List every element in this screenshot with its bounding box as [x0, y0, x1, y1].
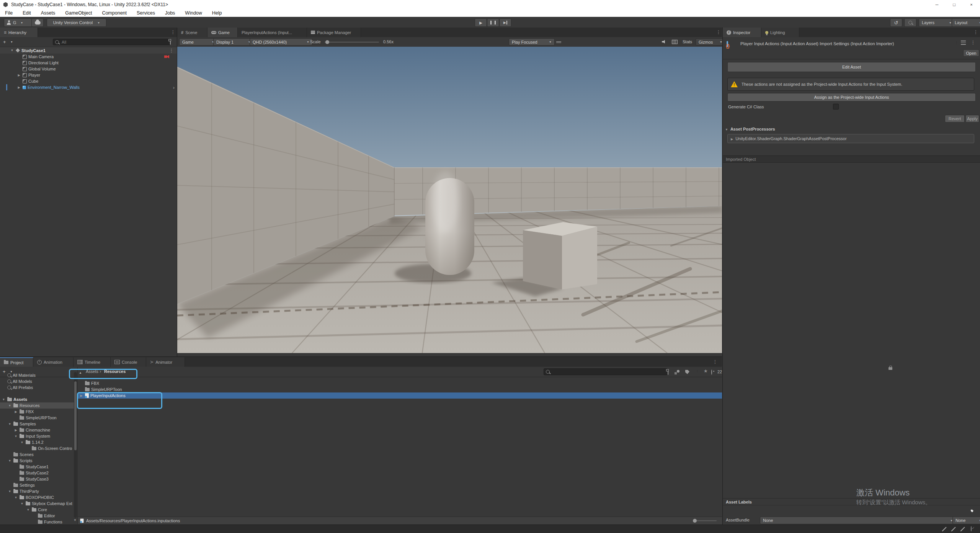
- filter-by-label-icon[interactable]: [685, 370, 689, 374]
- hierarchy-search-field[interactable]: [53, 39, 171, 45]
- menu-jobs[interactable]: Jobs: [160, 9, 180, 17]
- generate-csharp-checkbox[interactable]: [833, 104, 839, 110]
- tree-item-1-14-2[interactable]: 1.14.2: [0, 439, 77, 445]
- tab-animator[interactable]: Animator: [146, 357, 185, 367]
- tree-item-resources[interactable]: Resources: [0, 402, 77, 409]
- close-button[interactable]: ×: [963, 0, 980, 9]
- hierarchy-item-directional-light[interactable]: Directional Light: [0, 60, 177, 66]
- foldout-open-icon[interactable]: [20, 441, 24, 444]
- menu-services[interactable]: Services: [132, 9, 160, 17]
- tree-item-functions[interactable]: Functions: [0, 519, 77, 524]
- presets-icon[interactable]: [961, 41, 966, 45]
- tree-item-assets[interactable]: Assets: [0, 396, 77, 402]
- open-button[interactable]: Open: [963, 49, 979, 57]
- add-dropdown-icon[interactable]: ▼: [10, 41, 13, 43]
- file-item-fbx[interactable]: FBX: [78, 380, 722, 386]
- scale-slider[interactable]: [325, 42, 379, 43]
- play-focused-dropdown[interactable]: Play Focused▼: [509, 38, 555, 46]
- foldout-open-icon[interactable]: [14, 496, 18, 499]
- maximize-search-icon[interactable]: [668, 370, 668, 375]
- game-viewport-render[interactable]: [177, 47, 722, 353]
- visibility-icon[interactable]: [711, 370, 712, 375]
- lock-icon[interactable]: [889, 367, 892, 370]
- hierarchy-item-environment-narrow-walls[interactable]: Environment_Narrow_Walls: [0, 84, 177, 90]
- pause-button[interactable]: [487, 18, 499, 27]
- step-button[interactable]: [499, 18, 511, 27]
- kebab-menu-icon[interactable]: [971, 40, 975, 45]
- tree-item-skybox-cubemap-ext[interactable]: Skybox Cubemap Ext: [0, 500, 77, 507]
- tree-item-studycase1[interactable]: StudyCase1: [0, 464, 77, 470]
- tab-playerinputactions[interactable]: PlayerInputActions (Input...: [238, 28, 307, 37]
- tree-item-scripts[interactable]: Scripts: [0, 458, 77, 464]
- version-control-dropdown[interactable]: Unity Version Control ▼: [47, 18, 106, 27]
- foldout-closed-icon[interactable]: [17, 86, 21, 89]
- tab-timeline[interactable]: Timeline: [74, 357, 111, 367]
- assign-project-wide-button[interactable]: Assign as the Project-wide Input Actions: [727, 93, 976, 101]
- stats-button[interactable]: Stats: [683, 39, 692, 44]
- maximize-button[interactable]: □: [946, 0, 963, 9]
- tree-item-all-prefabs[interactable]: All Prefabs: [0, 384, 77, 391]
- foldout-open-icon[interactable]: [8, 422, 12, 426]
- file-item-simpleurptoon[interactable]: SimpleURPToon: [78, 386, 722, 392]
- foldout-open-icon[interactable]: [10, 49, 14, 52]
- tab-animation[interactable]: Animation: [33, 357, 74, 367]
- foldout-closed-icon[interactable]: [79, 394, 83, 397]
- tree-item-editor[interactable]: Editor: [0, 513, 77, 519]
- tree-item-boxophobic[interactable]: BOXOPHOBIC: [0, 494, 77, 500]
- tree-scrollbar[interactable]: [74, 372, 77, 518]
- thumbnail-size-knob[interactable]: [693, 519, 697, 523]
- hierarchy-item-cube[interactable]: Cube: [0, 78, 177, 84]
- menu-help[interactable]: Help: [207, 9, 227, 17]
- file-item-playerinputactions[interactable]: PlayerInputActions: [78, 392, 722, 399]
- maximize-search-icon[interactable]: [170, 39, 171, 45]
- tab-inspector[interactable]: Inspector: [723, 28, 761, 37]
- foldout-open-icon[interactable]: [8, 459, 12, 463]
- tree-item-all-models[interactable]: All Models: [0, 378, 77, 384]
- tree-item-studycase2[interactable]: StudyCase2: [0, 470, 77, 476]
- revert-button[interactable]: Revert: [945, 115, 965, 123]
- foldout-open-icon[interactable]: [26, 508, 30, 512]
- account-button[interactable]: G ▼: [4, 18, 33, 27]
- assetbundle-dropdown[interactable]: None▼: [760, 517, 956, 524]
- foldout-closed-icon[interactable]: [17, 74, 21, 77]
- foldout-closed-icon[interactable]: [14, 428, 18, 432]
- progress-idle-icon[interactable]: [971, 526, 972, 531]
- menu-assets[interactable]: Assets: [36, 9, 60, 17]
- layers-dropdown[interactable]: Layers▼: [919, 18, 955, 27]
- foldout-open-icon[interactable]: [8, 490, 12, 493]
- menu-window[interactable]: Window: [180, 9, 207, 17]
- tree-item-all-materials[interactable]: All Materials: [0, 372, 77, 378]
- minimize-button[interactable]: ─: [928, 0, 946, 9]
- keyboard-grid-icon[interactable]: [672, 40, 678, 44]
- display-dropdown[interactable]: Display 1▼: [213, 38, 254, 46]
- tree-scroll-down-icon[interactable]: ▼: [74, 518, 77, 522]
- favorites-icon[interactable]: [704, 368, 708, 374]
- play-button[interactable]: [475, 18, 487, 27]
- gizmos-dropdown[interactable]: Gizmos▼: [696, 38, 725, 46]
- tree-item-samples[interactable]: Samples: [0, 421, 77, 427]
- menu-component[interactable]: Component: [97, 9, 132, 17]
- kebab-menu-icon[interactable]: [973, 29, 978, 35]
- foldout-open-icon[interactable]: [14, 435, 18, 438]
- tree-item-settings[interactable]: Settings: [0, 482, 77, 488]
- kebab-menu-icon[interactable]: [169, 48, 174, 53]
- tab-project[interactable]: Project: [0, 357, 33, 367]
- edit-asset-button[interactable]: Edit Asset: [727, 62, 976, 72]
- view-mode-dropdown[interactable]: Game▼: [179, 38, 217, 46]
- tree-item-input-system[interactable]: Input System: [0, 433, 77, 439]
- add-gameobject-button[interactable]: +: [3, 39, 6, 45]
- breadcrumb-current[interactable]: Resources: [104, 369, 126, 374]
- foldout-closed-icon[interactable]: [14, 410, 18, 414]
- tree-item-thirdparty[interactable]: ThirdParty: [0, 488, 77, 494]
- project-search-input[interactable]: [552, 369, 665, 374]
- cloud-button[interactable]: [31, 18, 44, 27]
- undo-history-button[interactable]: [890, 18, 902, 27]
- tree-item-studycase3[interactable]: StudyCase3: [0, 476, 77, 482]
- scale-slider-knob[interactable]: [325, 40, 329, 44]
- project-search-field[interactable]: [544, 368, 668, 375]
- foldout-open-icon[interactable]: [20, 502, 24, 505]
- apply-button[interactable]: Apply: [965, 115, 979, 123]
- tab-hierarchy[interactable]: Hierarchy: [0, 28, 38, 37]
- foldout-open-icon[interactable]: [2, 398, 6, 401]
- tab-game[interactable]: Game: [207, 28, 238, 37]
